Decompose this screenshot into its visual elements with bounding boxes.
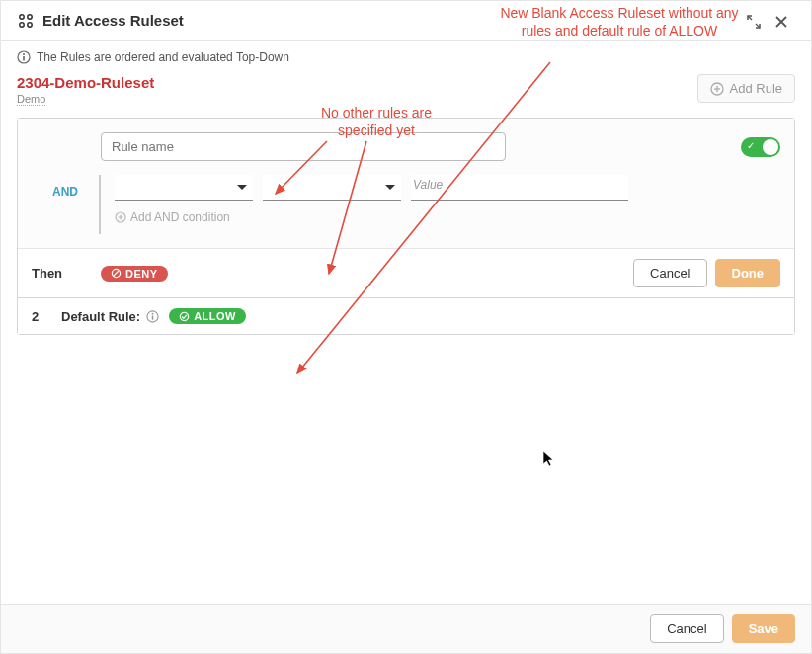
- rule-editor: AND Value Add AND condition: [18, 119, 794, 248]
- deny-label: DENY: [125, 268, 158, 280]
- plus-circle-icon: [115, 211, 126, 223]
- ruleset-icon: [17, 11, 35, 30]
- close-icon[interactable]: [768, 12, 795, 30]
- and-label: AND: [32, 175, 101, 234]
- then-row: Then DENY Cancel Done: [18, 248, 794, 297]
- ruleset-description[interactable]: Demo: [17, 93, 45, 106]
- then-label: Then: [32, 266, 101, 281]
- rules-area: AND Value Add AND condition The: [17, 118, 795, 335]
- svg-point-22: [181, 312, 189, 320]
- allow-label: ALLOW: [194, 310, 236, 322]
- info-icon: [146, 310, 159, 323]
- add-rule-button[interactable]: Add Rule: [697, 74, 795, 103]
- expand-icon[interactable]: [740, 12, 768, 30]
- add-and-label: Add AND condition: [130, 210, 230, 224]
- modal-header: Edit Access Ruleset: [1, 1, 811, 41]
- ruleset-name-row: 2304-Demo-Ruleset Demo Add Rule: [1, 70, 811, 118]
- svg-point-3: [28, 23, 32, 27]
- allow-icon: [179, 311, 190, 322]
- rule-cancel-button[interactable]: Cancel: [633, 259, 706, 287]
- default-rule-label: Default Rule:: [61, 309, 140, 324]
- svg-point-2: [20, 23, 24, 27]
- rule-done-button[interactable]: Done: [715, 259, 781, 287]
- info-text: The Rules are ordered and evaluated Top-…: [37, 50, 289, 64]
- condition-value-input[interactable]: Value: [411, 175, 628, 201]
- allow-pill: ALLOW: [169, 308, 246, 324]
- svg-rect-10: [23, 56, 25, 61]
- ruleset-name: 2304-Demo-Ruleset: [17, 74, 697, 91]
- cursor-icon: [542, 450, 556, 468]
- rule-name-input[interactable]: [101, 132, 506, 161]
- modal-footer: Cancel Save: [1, 604, 811, 653]
- deny-icon: [111, 268, 122, 279]
- rule-enabled-toggle[interactable]: [741, 137, 780, 157]
- info-strip: The Rules are ordered and evaluated Top-…: [1, 41, 811, 70]
- modal-title: Edit Access Ruleset: [42, 12, 184, 29]
- svg-rect-21: [152, 315, 153, 319]
- default-rule-row: 2 Default Rule: ALLOW: [18, 297, 794, 334]
- svg-point-0: [20, 15, 24, 19]
- svg-point-1: [28, 15, 32, 19]
- default-rule-index: 2: [32, 309, 61, 324]
- deny-pill[interactable]: DENY: [101, 266, 168, 282]
- svg-point-20: [152, 312, 154, 314]
- svg-point-9: [23, 53, 25, 55]
- save-button[interactable]: Save: [732, 614, 795, 643]
- plus-circle-icon: [710, 82, 724, 96]
- cancel-button[interactable]: Cancel: [650, 614, 723, 643]
- svg-line-18: [114, 271, 120, 277]
- condition-field-select[interactable]: [115, 175, 253, 201]
- add-and-condition-button[interactable]: Add AND condition: [115, 210, 230, 224]
- info-icon: [17, 50, 31, 64]
- condition-operator-select[interactable]: [263, 175, 401, 201]
- add-rule-label: Add Rule: [730, 81, 782, 96]
